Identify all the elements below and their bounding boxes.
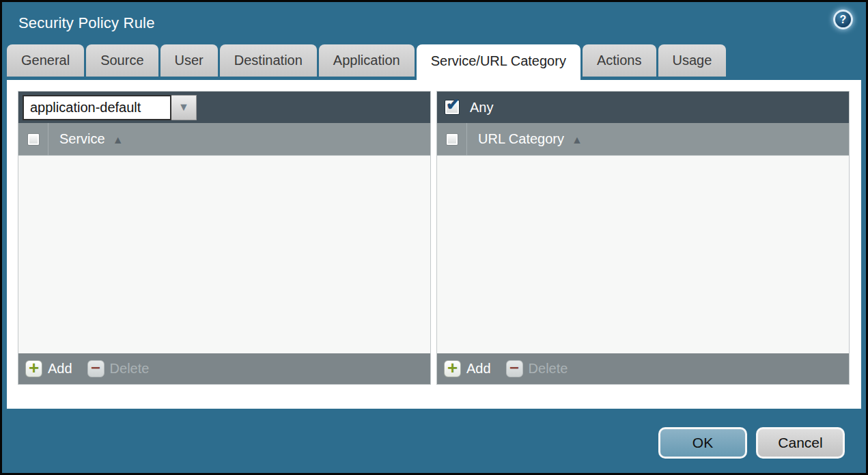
service-table-header: Service ▲ — [18, 123, 430, 156]
service-panel-topbar: ▼ — [18, 92, 430, 123]
minus-icon: − — [87, 360, 104, 377]
any-label: Any — [470, 100, 493, 116]
tab-user[interactable]: User — [160, 44, 218, 77]
url-category-panel-topbar: ✔ Any — [437, 92, 849, 123]
dialog-action-buttons: OK Cancel — [658, 427, 845, 459]
url-category-column-label: URL Category — [478, 131, 564, 147]
tab-bar: General Source User Destination Applicat… — [7, 44, 866, 80]
url-category-select-all-cell — [437, 123, 467, 155]
service-type-dropdown-button[interactable]: ▼ — [171, 95, 197, 120]
plus-icon: + — [25, 360, 42, 377]
tab-usage[interactable]: Usage — [658, 44, 727, 77]
service-list[interactable] — [18, 156, 430, 353]
service-select-all-checkbox[interactable] — [27, 133, 40, 146]
service-add-button[interactable]: + Add — [25, 360, 72, 377]
checkmark-icon: ✔ — [446, 96, 460, 113]
url-category-add-button[interactable]: + Add — [444, 360, 491, 377]
url-category-panel-footer: + Add − Delete — [437, 353, 849, 384]
help-icon[interactable]: ? — [833, 10, 853, 29]
chevron-down-icon: ▼ — [178, 101, 189, 113]
help-glyph: ? — [840, 14, 847, 26]
dialog-title: Security Policy Rule — [18, 14, 155, 32]
any-row: ✔ Any — [441, 100, 493, 116]
add-button-label: Add — [466, 361, 491, 377]
add-button-label: Add — [48, 361, 72, 377]
tab-application[interactable]: Application — [319, 44, 415, 77]
delete-button-label: Delete — [529, 361, 568, 377]
ok-button[interactable]: OK — [658, 427, 747, 459]
url-category-column-header[interactable]: URL Category ▲ — [467, 123, 583, 155]
service-type-input[interactable] — [23, 95, 171, 120]
service-column-label: Service — [59, 131, 105, 147]
any-checkbox[interactable]: ✔ — [445, 100, 460, 115]
url-category-delete-button[interactable]: − Delete — [506, 360, 568, 377]
tab-service-url-category[interactable]: Service/URL Category — [417, 44, 580, 80]
url-category-select-all-checkbox[interactable] — [446, 133, 458, 146]
tab-content: ▼ Service ▲ + Add − — [7, 80, 861, 409]
service-column-header[interactable]: Service ▲ — [48, 123, 124, 155]
service-delete-button[interactable]: − Delete — [87, 360, 150, 377]
service-select-all-cell — [18, 123, 48, 155]
minus-icon: − — [506, 360, 523, 377]
dialog-titlebar: Security Policy Rule — [2, 2, 866, 44]
plus-icon: + — [444, 360, 461, 377]
sort-ascending-icon: ▲ — [113, 133, 124, 146]
cancel-button[interactable]: Cancel — [756, 427, 845, 459]
url-category-panel: ✔ Any URL Category ▲ + Add — [436, 91, 850, 385]
service-panel-footer: + Add − Delete — [18, 353, 430, 384]
delete-button-label: Delete — [110, 361, 150, 377]
url-category-table-header: URL Category ▲ — [437, 123, 849, 156]
url-category-list[interactable] — [437, 156, 849, 353]
tab-destination[interactable]: Destination — [220, 44, 317, 77]
tab-general[interactable]: General — [7, 44, 84, 77]
sort-ascending-icon: ▲ — [572, 133, 583, 146]
service-panel: ▼ Service ▲ + Add − — [18, 91, 431, 385]
security-policy-rule-dialog: Security Policy Rule ? General Source Us… — [0, 0, 868, 475]
service-type-dropdown: ▼ — [23, 95, 197, 120]
tab-actions[interactable]: Actions — [583, 44, 656, 77]
tab-source[interactable]: Source — [86, 44, 158, 77]
